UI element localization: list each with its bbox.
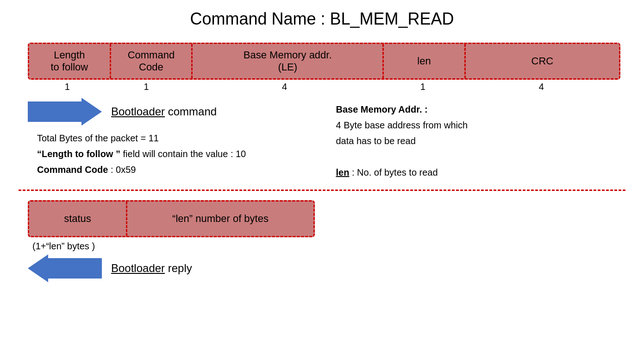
- section-separator: [19, 190, 625, 191]
- byte-count-length: 1: [28, 82, 107, 92]
- byte-count-len: 1: [383, 82, 463, 92]
- len-description: len : No. of bytes to read: [336, 165, 626, 180]
- length-follow-bold: “Length to follow ”: [37, 149, 120, 159]
- base-memory-heading: Base Memory Addr. :: [336, 101, 626, 117]
- byte-count-base-memory: 4: [186, 82, 383, 92]
- packet-cell-command-code: CommandCode: [111, 44, 193, 78]
- command-arrow-row: Bootloader command: [28, 101, 318, 122]
- total-bytes-line: Total Bytes of the packet = 11: [37, 130, 318, 146]
- reply-arrow-label: Bootloader reply: [111, 262, 192, 275]
- info-right-column: Base Memory Addr. : 4 Byte base address …: [318, 101, 626, 180]
- bootloader-reply-underline: Bootloader: [111, 262, 165, 274]
- info-columns: Bootloader command Total Bytes of the pa…: [19, 97, 625, 180]
- packet-cell-crc: CRC: [466, 44, 619, 78]
- bootloader-command-underline: Bootloader: [111, 105, 165, 118]
- byte-count-command-code: 1: [107, 82, 186, 92]
- reply-section: status “len” number of bytes (1+“len” by…: [28, 200, 625, 279]
- info-left-column: Bootloader command Total Bytes of the pa…: [19, 97, 318, 180]
- command-section: Lengthto follow CommandCode Base Memory …: [19, 43, 625, 180]
- reply-bytes-label: (1+“len” bytes ): [32, 241, 625, 252]
- page-container: Command Name : BL_MEM_READ Lengthto foll…: [0, 0, 644, 361]
- reply-arrow-left: [28, 258, 102, 279]
- packet-cell-base-memory: Base Memory addr.(LE): [193, 44, 384, 78]
- reply-packet-row: status “len” number of bytes: [28, 200, 315, 237]
- command-arrow-right: [28, 101, 102, 122]
- base-memory-bold: Base Memory Addr. :: [336, 104, 428, 114]
- command-packet-row: Lengthto follow CommandCode Base Memory …: [28, 43, 620, 80]
- reply-cell-status: status: [29, 202, 127, 236]
- command-code-line: Command Code : 0x59: [37, 162, 318, 177]
- length-follow-line: “Length to follow ” field will contain t…: [37, 146, 318, 162]
- reply-arrow-row: Bootloader reply: [28, 258, 625, 279]
- command-arrow-label: Bootloader command: [111, 105, 217, 118]
- byte-count-crc: 4: [463, 82, 620, 92]
- len-bold-underline: len: [336, 167, 350, 177]
- command-code-bold: Command Code: [37, 165, 108, 175]
- base-memory-desc: 4 Byte base address from whichdata has t…: [336, 117, 626, 149]
- packet-cell-len: len: [384, 44, 466, 78]
- reply-cell-len-bytes: “len” number of bytes: [127, 202, 313, 236]
- byte-count-row: 1 1 4 1 4: [28, 82, 620, 92]
- packet-cell-length: Lengthto follow: [29, 44, 111, 78]
- command-info-block: Total Bytes of the packet = 11 “Length t…: [37, 130, 318, 177]
- page-title: Command Name : BL_MEM_READ: [19, 9, 625, 29]
